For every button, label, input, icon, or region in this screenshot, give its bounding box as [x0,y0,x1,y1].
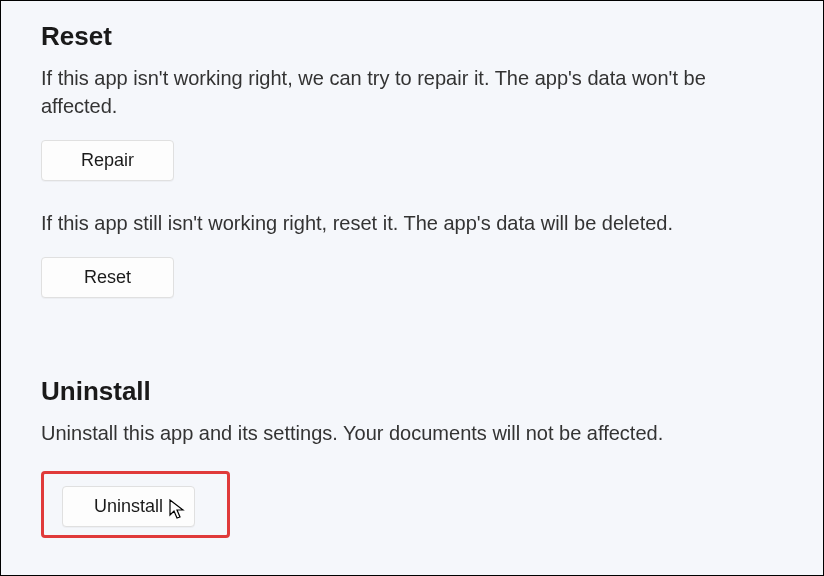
uninstall-section: Uninstall Uninstall this app and its set… [41,376,783,538]
uninstall-description: Uninstall this app and its settings. You… [41,419,741,447]
reset-description: If this app still isn't working right, r… [41,209,741,237]
repair-button[interactable]: Repair [41,140,174,181]
uninstall-title: Uninstall [41,376,783,407]
reset-section: Reset If this app isn't working right, w… [41,21,783,326]
repair-description: If this app isn't working right, we can … [41,64,741,120]
reset-title: Reset [41,21,783,52]
uninstall-button[interactable]: Uninstall [62,486,195,527]
reset-button[interactable]: Reset [41,257,174,298]
uninstall-highlight: Uninstall [41,471,230,538]
